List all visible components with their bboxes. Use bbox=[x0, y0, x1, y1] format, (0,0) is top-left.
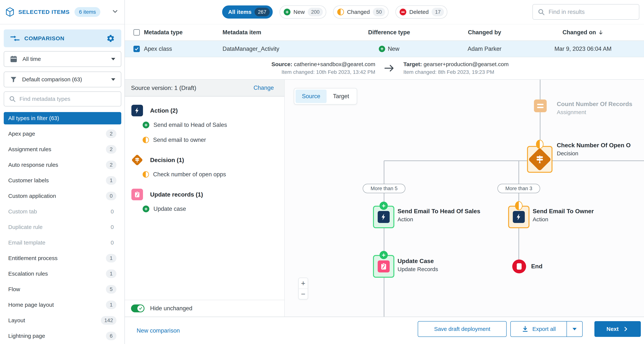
node-subtitle: Assignment bbox=[557, 108, 632, 116]
toggle-knob bbox=[137, 305, 144, 312]
tab-source[interactable]: Source bbox=[296, 90, 326, 103]
comparison-title: COMPARISON bbox=[24, 35, 64, 42]
element-group-decision: Decision (1) Check number of open opps bbox=[132, 154, 284, 178]
export-options-dropdown[interactable] bbox=[567, 321, 582, 336]
half-circle-changed-icon bbox=[142, 137, 149, 143]
tab-target[interactable]: Target bbox=[326, 90, 356, 103]
sidebar-item-apex-page[interactable]: Apex page2 bbox=[4, 128, 121, 140]
flow-connector bbox=[540, 80, 540, 147]
flow-diagram-panel[interactable]: Source Target Count Number Of Records As… bbox=[285, 80, 644, 317]
change-version-link[interactable]: Change bbox=[254, 85, 274, 91]
type-label: Custom application bbox=[8, 193, 56, 199]
zoom-in-button[interactable]: + bbox=[299, 278, 308, 288]
chevron-down-icon[interactable] bbox=[111, 8, 119, 17]
comparison-filter-value: Default comparison (63) bbox=[22, 76, 82, 83]
selected-items-header[interactable]: SELECTED ITEMS 6 items bbox=[0, 0, 124, 24]
source-version-title: Source version: 1 (Draft) bbox=[131, 85, 196, 91]
node-subtitle: Action bbox=[398, 215, 480, 224]
sidebar-item-home-page-layout[interactable]: Home page layout1 bbox=[4, 299, 121, 311]
type-count: 0 bbox=[110, 224, 116, 230]
time-filter-value: All time bbox=[22, 56, 41, 62]
source-label: Source: bbox=[271, 61, 292, 67]
filter-all-items[interactable]: All items 267 bbox=[222, 6, 273, 19]
sidebar-item-escalation-rules[interactable]: Escalation rules1 bbox=[4, 268, 121, 280]
save-draft-deployment-button[interactable]: Save draft deployment bbox=[418, 321, 507, 337]
comparison-filter-select[interactable]: Default comparison (63) bbox=[4, 72, 121, 87]
hide-unchanged-toggle[interactable] bbox=[131, 304, 144, 312]
type-count: 0 bbox=[110, 239, 116, 246]
gear-icon[interactable] bbox=[106, 34, 115, 43]
branch-label-more-than-3: More than 3 bbox=[498, 184, 540, 193]
target-label: Target: bbox=[403, 61, 422, 67]
export-all-button[interactable]: Export all bbox=[511, 321, 567, 336]
element-item[interactable]: Send email to owner bbox=[142, 137, 284, 143]
sidebar-item-all-types[interactable]: All types in filter (63) bbox=[4, 112, 121, 124]
element-item[interactable]: Check number of open opps bbox=[142, 171, 284, 178]
selected-items-title: SELECTED ITEMS bbox=[18, 9, 70, 15]
column-difference-type[interactable]: Difference type bbox=[338, 29, 440, 36]
target-org: gearser+production@gearset.com bbox=[424, 61, 509, 67]
source-changed-date: Item changed: 10th Feb 2023, 13:42 PM bbox=[271, 68, 375, 76]
export-all-split-button: Export all bbox=[510, 321, 582, 337]
sidebar-item-entitlement-process[interactable]: Entitlement process1 bbox=[4, 252, 121, 264]
node-end-icon[interactable] bbox=[512, 259, 526, 273]
sidebar-item-lightning-page[interactable]: Lightning page6 bbox=[4, 330, 121, 342]
item-detail-strip: Source: catherine+sandbox@gearet.com Ite… bbox=[125, 57, 644, 80]
element-item[interactable]: + Send email to Head of Sales bbox=[142, 122, 284, 128]
metadata-type-list: All types in filter (63) Apex page2 Assi… bbox=[4, 112, 121, 342]
node-update-case-label: Update Case Update Records bbox=[398, 257, 438, 273]
node-assignment-label: Count Number Of Records Assignment bbox=[557, 100, 632, 116]
next-button[interactable]: Next bbox=[594, 321, 641, 337]
node-title: Send Email To Head Of Sales bbox=[398, 207, 480, 215]
element-item[interactable]: + Update case bbox=[142, 206, 284, 212]
type-count-badge: 6 bbox=[106, 332, 116, 340]
time-filter-select[interactable]: All time bbox=[4, 51, 121, 67]
type-label: Layout bbox=[8, 317, 25, 323]
filter-new[interactable]: + New 200 bbox=[280, 6, 326, 19]
select-all-checkbox[interactable] bbox=[134, 29, 140, 36]
calendar-icon bbox=[10, 55, 18, 63]
sidebar-item-auto-response-rules[interactable]: Auto response rules2 bbox=[4, 159, 121, 171]
filter-count-badge: 200 bbox=[308, 8, 323, 16]
new-comparison-link[interactable]: New comparison bbox=[136, 317, 180, 344]
column-changed-on-label: Changed on bbox=[562, 29, 596, 36]
element-label: Check number of open opps bbox=[153, 171, 226, 178]
new-badge-icon: + bbox=[380, 251, 388, 259]
node-assignment-icon[interactable] bbox=[534, 99, 547, 112]
search-icon bbox=[537, 8, 545, 16]
sidebar-item-flow[interactable]: Flow5 bbox=[4, 283, 121, 295]
sidebar-item-email-template[interactable]: Email template0 bbox=[4, 236, 121, 249]
difference-type-value: New bbox=[388, 46, 400, 52]
sidebar-item-customer-labels[interactable]: Customer labels1 bbox=[4, 174, 121, 187]
column-changed-by[interactable]: Changed by bbox=[440, 29, 530, 36]
group-label: Update records (1) bbox=[150, 191, 203, 198]
zoom-out-button[interactable]: − bbox=[299, 288, 308, 299]
filter-deleted[interactable]: Deleted 17 bbox=[396, 6, 447, 19]
column-changed-on[interactable]: Changed on bbox=[530, 29, 644, 36]
arrow-right-icon bbox=[384, 64, 395, 73]
type-label: Home page layout bbox=[8, 302, 54, 308]
update-records-clipboard-icon bbox=[132, 189, 143, 200]
sidebar-item-assignment-rules[interactable]: Assignment rules2 bbox=[4, 143, 121, 155]
type-count-badge: 1 bbox=[106, 300, 116, 309]
type-label: Duplicate rule bbox=[8, 224, 42, 230]
node-send-email-owner-label: Send Email To Owner Action bbox=[533, 207, 594, 224]
sidebar-item-custom-application[interactable]: Custom application0 bbox=[4, 190, 121, 202]
metadata-search-box bbox=[4, 91, 121, 106]
filter-changed[interactable]: Changed 50 bbox=[333, 6, 388, 19]
sidebar-item-layout[interactable]: Layout142 bbox=[4, 314, 121, 326]
results-search-input[interactable] bbox=[548, 9, 631, 15]
column-metadata-item[interactable]: Metadata item bbox=[222, 29, 338, 36]
node-decision[interactable] bbox=[527, 146, 552, 173]
sidebar-item-duplicate-rule[interactable]: Duplicate rule0 bbox=[4, 221, 121, 233]
metadata-search-input[interactable] bbox=[20, 96, 109, 102]
flow-connector bbox=[384, 160, 644, 161]
table-row[interactable]: Apex class DataManager_Activity + New Ad… bbox=[125, 41, 644, 57]
caret-down-icon bbox=[111, 78, 115, 81]
column-metadata-type[interactable]: Metadata type bbox=[144, 29, 222, 36]
type-label: Entitlement process bbox=[8, 255, 58, 261]
sidebar-item-custom-tab[interactable]: Custom tab0 bbox=[4, 205, 121, 218]
row-checkbox[interactable] bbox=[134, 46, 140, 52]
caret-down-icon bbox=[111, 58, 115, 60]
type-count-badge: 5 bbox=[106, 285, 116, 294]
